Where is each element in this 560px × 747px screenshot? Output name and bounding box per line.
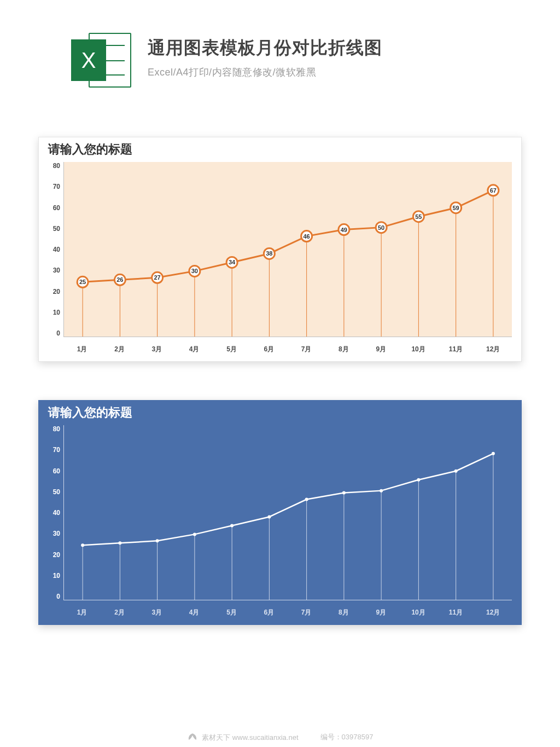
data-marker <box>342 491 346 495</box>
x-tick: 3月 <box>138 345 176 354</box>
x-tick: 7月 <box>288 345 325 354</box>
plot-area: 252627303438464950555967 <box>63 162 512 337</box>
data-marker <box>81 543 84 547</box>
x-tick: 8月 <box>325 608 362 617</box>
data-marker <box>193 532 196 536</box>
y-tick: 50 <box>53 488 60 496</box>
x-tick: 10月 <box>400 345 437 354</box>
footer: 素材天下 www.sucaitianxia.net 编号：03978597 <box>0 732 560 743</box>
chart-title: 请输入您的标题 <box>38 400 522 421</box>
y-tick: 0 <box>56 329 60 337</box>
x-tick: 6月 <box>250 608 288 617</box>
data-marker <box>417 478 420 482</box>
y-axis: 80706050403020100 <box>45 162 63 337</box>
y-tick: 70 <box>53 183 60 190</box>
y-tick: 60 <box>53 204 60 212</box>
excel-icon-tab: X <box>71 39 106 81</box>
x-tick: 3月 <box>138 608 176 617</box>
data-label: 27 <box>154 274 161 281</box>
y-tick: 20 <box>53 288 60 296</box>
data-marker <box>267 515 271 518</box>
data-label: 59 <box>453 205 459 211</box>
plot-wrap: 80706050403020100 <box>38 421 522 605</box>
x-tick: 2月 <box>101 345 138 354</box>
data-label: 26 <box>116 276 123 283</box>
plot-area <box>63 425 512 600</box>
x-tick: 8月 <box>325 345 362 354</box>
line-chart-svg <box>64 425 512 600</box>
y-tick: 30 <box>53 267 60 274</box>
x-tick: 1月 <box>63 345 101 354</box>
page-subtitle: Excel/A4打印/内容随意修改/微软雅黑 <box>148 66 382 79</box>
y-axis: 80706050403020100 <box>45 425 63 600</box>
x-tick: 10月 <box>400 608 437 617</box>
x-tick: 4月 <box>176 345 213 354</box>
x-tick: 9月 <box>363 345 400 354</box>
data-marker <box>305 498 308 501</box>
data-label: 25 <box>79 279 86 285</box>
y-tick: 60 <box>53 467 60 475</box>
data-label: 38 <box>266 250 272 257</box>
x-axis: 1月2月3月4月5月6月7月8月9月10月11月12月 <box>38 605 522 625</box>
data-label: 50 <box>378 224 384 231</box>
y-tick: 40 <box>53 509 60 517</box>
page: X 通用图表模板月份对比折线图 Excel/A4打印/内容随意修改/微软雅黑 请… <box>0 0 560 747</box>
x-tick: 11月 <box>437 608 474 617</box>
x-tick: 5月 <box>213 608 250 617</box>
y-tick: 50 <box>53 225 60 233</box>
line-chart-svg: 252627303438464950555967 <box>64 162 512 337</box>
data-marker <box>454 470 458 473</box>
data-label: 46 <box>304 233 310 240</box>
x-tick: 9月 <box>363 608 400 617</box>
y-tick: 40 <box>53 246 60 253</box>
x-tick: 6月 <box>250 345 288 354</box>
data-marker <box>380 489 383 493</box>
x-tick: 7月 <box>288 608 325 617</box>
header-text: 通用图表模板月份对比折线图 Excel/A4打印/内容随意修改/微软雅黑 <box>148 33 382 79</box>
y-tick: 10 <box>53 572 60 580</box>
y-tick: 80 <box>53 162 60 170</box>
y-tick: 20 <box>53 551 60 559</box>
data-marker <box>118 541 121 545</box>
x-axis: 1月2月3月4月5月6月7月8月9月10月11月12月 <box>38 341 522 362</box>
x-tick: 5月 <box>213 345 250 354</box>
data-label: 49 <box>341 227 347 233</box>
header: X 通用图表模板月份对比折线图 Excel/A4打印/内容随意修改/微软雅黑 <box>38 33 522 88</box>
x-tick: 11月 <box>437 345 474 354</box>
excel-icon: X <box>71 33 131 88</box>
footer-id-label: 编号： <box>320 733 342 741</box>
y-tick: 30 <box>53 530 60 537</box>
footer-id-value: 03978597 <box>342 733 374 741</box>
footer-site: 素材天下 www.sucaitianxia.net <box>187 732 299 743</box>
x-tick: 1月 <box>63 608 101 617</box>
data-marker <box>230 524 234 527</box>
x-tick: 12月 <box>475 345 512 354</box>
data-label: 30 <box>191 268 198 274</box>
x-tick: 4月 <box>176 608 213 617</box>
data-label: 67 <box>490 187 497 194</box>
chart-title: 请输入您的标题 <box>38 137 522 158</box>
y-tick: 0 <box>56 593 60 600</box>
data-label: 55 <box>415 213 422 220</box>
series-line <box>83 454 493 545</box>
x-tick: 2月 <box>101 608 138 617</box>
footer-site-text: 素材天下 www.sucaitianxia.net <box>202 733 298 742</box>
page-title: 通用图表模板月份对比折线图 <box>148 36 382 60</box>
x-tick: 12月 <box>475 608 512 617</box>
chart-card-blue: 请输入您的标题 80706050403020100 1月2月3月4月5月6月7月… <box>38 400 522 625</box>
data-marker <box>156 539 159 542</box>
series-line <box>83 190 493 282</box>
leaf-icon <box>187 732 198 742</box>
y-tick: 10 <box>53 309 60 316</box>
data-label: 34 <box>229 259 236 265</box>
chart-card-light: 请输入您的标题 80706050403020100 25262730343846… <box>38 137 522 362</box>
y-tick: 70 <box>53 446 60 454</box>
data-marker <box>492 452 495 455</box>
plot-wrap: 80706050403020100 2526273034384649505559… <box>38 158 522 341</box>
footer-id: 编号：03978597 <box>320 732 374 743</box>
y-tick: 80 <box>53 425 60 433</box>
